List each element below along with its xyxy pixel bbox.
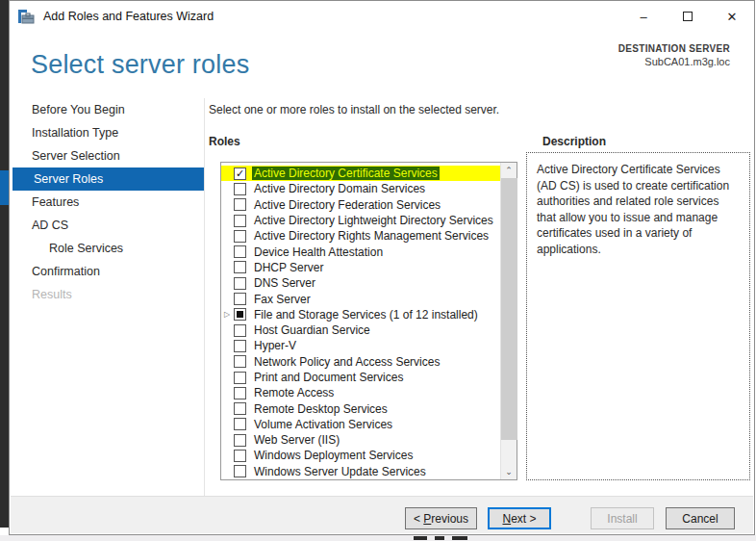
sidebar-item-before-you-begin[interactable]: Before You Begin bbox=[11, 98, 204, 121]
background-window-bottom bbox=[0, 535, 756, 541]
window-title: Add Roles and Features Wizard bbox=[43, 10, 214, 23]
role-row[interactable]: Active Directory Lightweight Directory S… bbox=[221, 213, 500, 228]
role-checkbox-unchecked[interactable] bbox=[234, 450, 246, 462]
partial-state-square bbox=[237, 311, 243, 318]
role-label: Network Policy and Access Services bbox=[252, 355, 441, 369]
role-label: Active Directory Rights Management Servi… bbox=[252, 229, 491, 243]
role-checkbox-unchecked[interactable] bbox=[234, 465, 246, 477]
role-checkbox-unchecked[interactable] bbox=[234, 340, 246, 352]
role-row[interactable]: DHCP Server bbox=[221, 260, 500, 275]
sidebar-item-features[interactable]: Features bbox=[11, 191, 204, 214]
close-button[interactable]: ✕ bbox=[710, 1, 754, 32]
wizard-nav-sidebar: Before You BeginInstallation TypeServer … bbox=[11, 98, 205, 496]
sidebar-item-confirmation[interactable]: Confirmation bbox=[11, 260, 204, 283]
role-checkbox-unchecked[interactable] bbox=[234, 387, 246, 399]
role-checkbox-partial[interactable] bbox=[234, 308, 246, 321]
sidebar-item-server-roles[interactable]: Server Roles bbox=[13, 167, 204, 191]
background-window-accent bbox=[0, 170, 9, 205]
sidebar-item-results: Results bbox=[11, 283, 204, 306]
role-checkbox-unchecked[interactable] bbox=[234, 261, 246, 273]
role-label: Remote Access bbox=[252, 386, 336, 399]
role-row[interactable]: Remote Desktop Services bbox=[221, 400, 500, 416]
wizard-toolbox-icon bbox=[18, 9, 36, 24]
role-checkbox-checked[interactable]: ✓ bbox=[234, 167, 246, 180]
add-roles-features-wizard-dialog: Add Roles and Features Wizard – ✕ Select… bbox=[9, 0, 755, 535]
background-artifact bbox=[452, 536, 467, 540]
role-label: File and Storage Services (1 of 12 insta… bbox=[252, 308, 480, 322]
role-checkbox-unchecked[interactable] bbox=[234, 355, 246, 368]
role-label: Volume Activation Services bbox=[252, 418, 394, 431]
chevron-down-icon: ⌄ bbox=[505, 467, 513, 477]
role-row[interactable]: Host Guardian Service bbox=[221, 322, 500, 338]
role-label: DNS Server bbox=[252, 276, 317, 290]
role-label: Host Guardian Service bbox=[252, 323, 372, 337]
role-label: Active Directory Federation Services bbox=[252, 198, 442, 212]
role-checkbox-unchecked[interactable] bbox=[234, 215, 246, 227]
role-label: DHCP Server bbox=[252, 261, 325, 274]
destination-server-label: DESTINATION SERVER bbox=[618, 43, 730, 54]
next-button[interactable]: Next > bbox=[488, 507, 551, 529]
role-checkbox-unchecked[interactable] bbox=[234, 293, 246, 305]
role-row[interactable]: Active Directory Rights Management Servi… bbox=[221, 228, 500, 244]
role-checkbox-unchecked[interactable] bbox=[234, 183, 246, 195]
role-checkbox-unchecked[interactable] bbox=[234, 198, 246, 211]
role-checkbox-unchecked[interactable] bbox=[234, 277, 246, 290]
previous-button[interactable]: < Previous bbox=[405, 507, 477, 529]
minimize-button[interactable]: – bbox=[621, 1, 666, 32]
role-checkbox-unchecked[interactable] bbox=[234, 324, 246, 337]
expander-icon[interactable]: ▷ bbox=[224, 310, 234, 319]
role-row[interactable]: Fax Server bbox=[221, 291, 500, 306]
destination-server-block: DESTINATION SERVER SubCA01.m3g.loc bbox=[618, 43, 730, 67]
wizard-header: Select server roles DESTINATION SERVER S… bbox=[11, 33, 753, 98]
install-button[interactable]: Install bbox=[591, 507, 654, 529]
role-row[interactable]: Print and Document Services bbox=[221, 370, 500, 385]
role-checkbox-unchecked[interactable] bbox=[234, 230, 246, 243]
role-label: Web Server (IIS) bbox=[252, 433, 341, 447]
role-row[interactable]: Windows Deployment Services bbox=[221, 448, 500, 463]
role-checkbox-unchecked[interactable] bbox=[234, 434, 246, 447]
role-row[interactable]: Volume Activation Services bbox=[221, 417, 500, 432]
maximize-button[interactable] bbox=[666, 1, 710, 32]
role-row[interactable]: Active Directory Federation Services bbox=[221, 197, 500, 213]
role-row[interactable]: ✓Active Directory Certificate Services bbox=[221, 166, 500, 181]
instruction-text: Select one or more roles to install on t… bbox=[209, 103, 499, 116]
background-artifact bbox=[414, 536, 427, 540]
role-checkbox-unchecked[interactable] bbox=[234, 402, 246, 415]
role-row[interactable]: Remote Access bbox=[221, 385, 500, 400]
role-row[interactable]: Web Server (IIS) bbox=[221, 432, 500, 448]
role-row[interactable]: Network Policy and Access Services bbox=[221, 354, 500, 370]
role-row[interactable]: ▷File and Storage Services (1 of 12 inst… bbox=[221, 307, 500, 322]
role-row[interactable]: Device Health Attestation bbox=[221, 244, 500, 259]
cancel-button[interactable]: Cancel bbox=[666, 507, 735, 529]
description-label: Description bbox=[542, 135, 606, 148]
role-label: Active Directory Domain Services bbox=[252, 182, 427, 195]
role-label: Fax Server bbox=[252, 293, 313, 306]
role-checkbox-unchecked[interactable] bbox=[234, 372, 246, 384]
sidebar-item-ad-cs[interactable]: AD CS bbox=[11, 214, 204, 237]
scroll-down-button[interactable]: ⌄ bbox=[501, 464, 517, 479]
roles-listbox: ✓Active Directory Certificate ServicesAc… bbox=[220, 162, 517, 480]
background-window-edge bbox=[0, 0, 9, 528]
roles-list-label: Roles bbox=[209, 135, 240, 148]
sidebar-item-installation-type[interactable]: Installation Type bbox=[11, 121, 204, 144]
sidebar-item-role-services[interactable]: Role Services bbox=[11, 237, 204, 260]
sidebar-item-server-selection[interactable]: Server Selection bbox=[11, 144, 204, 167]
role-row[interactable]: Hyper-V bbox=[221, 338, 500, 353]
role-row[interactable]: Active Directory Domain Services bbox=[221, 181, 500, 196]
role-row[interactable]: DNS Server bbox=[221, 275, 500, 291]
scroll-up-button[interactable]: ⌃ bbox=[501, 163, 517, 178]
role-label: Print and Document Services bbox=[252, 371, 405, 384]
role-row[interactable]: Windows Server Update Services bbox=[221, 464, 500, 479]
close-icon: ✕ bbox=[727, 10, 738, 24]
role-label: Device Health Attestation bbox=[252, 245, 385, 259]
role-label: Remote Desktop Services bbox=[252, 402, 390, 416]
roles-scrollbar[interactable]: ⌃ ⌄ bbox=[500, 163, 517, 479]
destination-server-name: SubCA01.m3g.loc bbox=[618, 56, 730, 67]
maximize-icon bbox=[683, 12, 693, 21]
role-checkbox-unchecked[interactable] bbox=[234, 418, 246, 430]
minimize-icon: – bbox=[640, 10, 646, 24]
page-title: Select server roles bbox=[31, 50, 249, 80]
scrollbar-thumb[interactable] bbox=[501, 178, 517, 440]
role-label: Active Directory Certificate Services bbox=[252, 167, 440, 180]
role-checkbox-unchecked[interactable] bbox=[234, 245, 246, 258]
